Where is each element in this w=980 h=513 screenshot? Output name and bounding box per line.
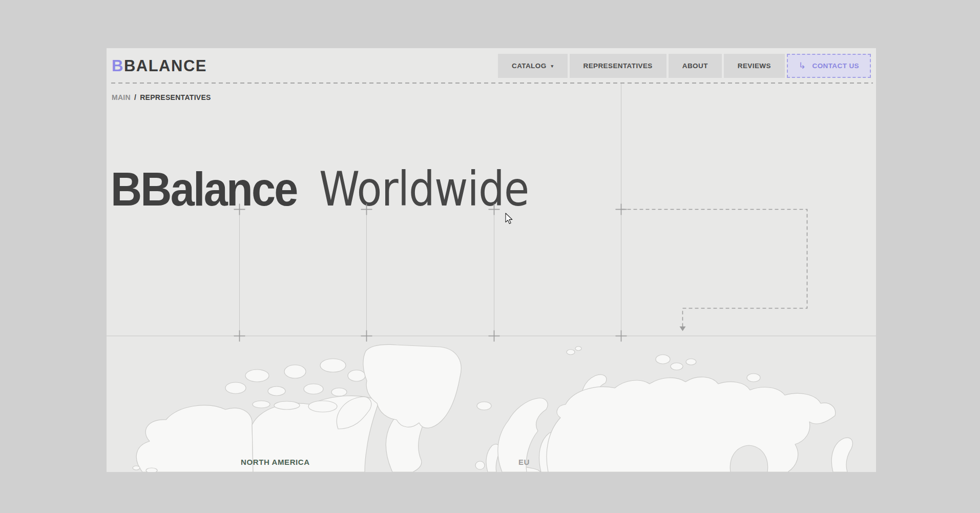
contact-us-button[interactable]: ↳ CONTACT US bbox=[787, 54, 871, 78]
map-label-eu[interactable]: EU bbox=[518, 458, 530, 466]
nav-about-label: ABOUT bbox=[682, 62, 708, 70]
nav-representatives-button[interactable]: REPRESENTATIVES bbox=[570, 54, 666, 78]
nav-reviews-label: REVIEWS bbox=[738, 62, 771, 70]
nav-reviews-button[interactable]: REVIEWS bbox=[724, 54, 785, 78]
breadcrumb-current: REPRESENTATIVES bbox=[140, 93, 211, 101]
nav-catalog-label: CATALOG bbox=[512, 62, 547, 70]
arrow-down-right-icon: ↳ bbox=[799, 61, 806, 70]
arrow-down-head bbox=[680, 326, 686, 331]
page-background: { "brand": { "accent_letter": "B", "name… bbox=[0, 0, 980, 513]
contact-us-label: CONTACT US bbox=[812, 62, 860, 70]
breadcrumb: MAIN / REPRESENTATIVES bbox=[112, 93, 211, 101]
site-panel: BBALANCE CATALOG ▾ REPRESENTATIVES ABOUT… bbox=[107, 48, 876, 472]
main-nav: CATALOG ▾ REPRESENTATIVES ABOUT REVIEWS … bbox=[498, 54, 871, 78]
nav-about-button[interactable]: ABOUT bbox=[669, 54, 722, 78]
page-title: BBalance Worldwide bbox=[111, 166, 560, 213]
world-map-land bbox=[133, 344, 852, 472]
chevron-down-icon: ▾ bbox=[551, 64, 554, 69]
site-header: BBALANCE CATALOG ▾ REPRESENTATIVES ABOUT… bbox=[107, 48, 876, 83]
nav-catalog-button[interactable]: CATALOG ▾ bbox=[498, 54, 567, 78]
brand-logo[interactable]: BBALANCE bbox=[112, 58, 207, 74]
nav-representatives-label: REPRESENTATIVES bbox=[583, 62, 653, 70]
breadcrumb-root-link[interactable]: MAIN bbox=[112, 93, 131, 101]
page-title-light: Worldwide bbox=[319, 166, 529, 213]
brand-logo-text: BALANCE bbox=[124, 57, 207, 75]
page-title-bold: BBalance bbox=[111, 166, 297, 213]
brand-logo-accent-letter: B bbox=[112, 57, 124, 75]
world-map-section: NORTH AMERICA EU bbox=[107, 344, 876, 472]
breadcrumb-separator: / bbox=[134, 93, 136, 101]
grid-cross-markers bbox=[234, 204, 627, 342]
map-label-north-america[interactable]: NORTH AMERICA bbox=[241, 458, 310, 466]
header-dashed-divider bbox=[111, 83, 873, 84]
dashed-annotation-path bbox=[621, 210, 807, 332]
world-map bbox=[107, 344, 876, 472]
